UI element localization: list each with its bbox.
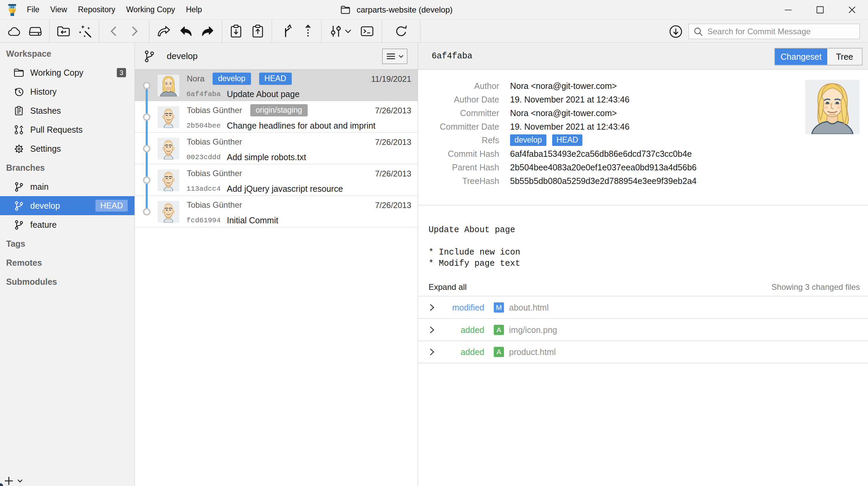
compare-button[interactable] bbox=[328, 23, 352, 39]
pull-button[interactable] bbox=[281, 23, 295, 39]
stash-apply-button[interactable] bbox=[250, 23, 266, 39]
sidebar-item-history[interactable]: History bbox=[0, 82, 134, 101]
tree-tab[interactable]: Tree bbox=[827, 49, 862, 65]
terminal-button[interactable] bbox=[359, 23, 375, 39]
sidebar-item-pull-requests[interactable]: Pull Requests bbox=[0, 120, 134, 139]
tower-app-icon bbox=[7, 4, 17, 16]
branch-icon bbox=[14, 201, 24, 211]
drive-button[interactable] bbox=[28, 23, 43, 39]
commit-author: Tobias Günther bbox=[187, 169, 242, 178]
commit-subject: Initial Commit bbox=[227, 216, 278, 225]
meta-row-committer-date: Committer Date19. November 2021 at 12:43… bbox=[418, 120, 697, 133]
sidebar-item-label: main bbox=[30, 182, 49, 192]
meta-row-parent-hash: Parent Hash2b504bee4083a20e0ef1e037eea0b… bbox=[418, 161, 697, 174]
menu-repository[interactable]: Repository bbox=[73, 0, 121, 19]
meta-row-commit-hash: Commit Hash6af4faba153493e2ca56db86e6dcd… bbox=[418, 147, 697, 161]
meta-row-author: AuthorNora <nora@git-tower.com> bbox=[418, 79, 697, 93]
fetch-button[interactable] bbox=[668, 24, 684, 39]
meta-label: Author Date bbox=[418, 95, 499, 105]
sidebar-item-stashes[interactable]: Stashes bbox=[0, 101, 134, 120]
maximize-button[interactable] bbox=[804, 0, 836, 19]
commit-hash: 6af4faba bbox=[186, 90, 227, 98]
titlebar: FileViewRepositoryWorking CopyHelp carpa… bbox=[0, 0, 868, 19]
sidebar-item-label: Settings bbox=[30, 144, 61, 154]
commit-message: Update About page * Include new icon * M… bbox=[429, 224, 520, 269]
file-row-product.html[interactable]: addedAproduct.html bbox=[418, 341, 868, 363]
sidebar: WorkspaceWorking Copy3HistoryStashesPull… bbox=[0, 43, 135, 486]
list-options-button[interactable] bbox=[382, 49, 408, 64]
push-button[interactable] bbox=[304, 23, 312, 39]
folder-return-button[interactable] bbox=[56, 23, 71, 39]
sidebar-item-settings[interactable]: Settings bbox=[0, 139, 134, 158]
toolbar bbox=[0, 19, 868, 43]
sidebar-section-workspace[interactable]: Workspace bbox=[0, 44, 134, 63]
nav-forward-button[interactable] bbox=[128, 23, 141, 39]
search-input[interactable] bbox=[707, 25, 850, 38]
sidebar-section-remotes[interactable]: Remotes bbox=[0, 253, 134, 272]
commit-ref-badge: HEAD bbox=[259, 73, 292, 85]
gear-icon bbox=[14, 144, 24, 154]
file-row-about.html[interactable]: modifiedMabout.html bbox=[418, 296, 868, 318]
avatar bbox=[158, 201, 179, 223]
history-icon bbox=[14, 87, 24, 97]
cloud-button[interactable] bbox=[6, 23, 22, 39]
commit-row-fcd61994[interactable]: Tobias Günther7/26/2013fcd61994Initial C… bbox=[135, 196, 418, 227]
commit-ref-badge: develop bbox=[213, 73, 251, 85]
sidebar-section-submodules[interactable]: Submodules bbox=[0, 272, 134, 291]
commit-subject: Add simple robots.txt bbox=[227, 152, 306, 162]
compare-icon bbox=[328, 23, 352, 39]
commit-row-0023cddd[interactable]: Tobias Günther7/26/20130023cdddAdd simpl… bbox=[135, 133, 418, 164]
commit-date: 7/26/2013 bbox=[375, 201, 411, 210]
nav-back-icon bbox=[108, 23, 120, 39]
sidebar-item-main[interactable]: main bbox=[0, 177, 134, 196]
sidebar-item-working-copy[interactable]: Working Copy3 bbox=[0, 63, 134, 82]
close-button[interactable] bbox=[836, 0, 868, 19]
redo-button[interactable] bbox=[200, 23, 216, 39]
sidebar-section-tags[interactable]: Tags bbox=[0, 234, 134, 253]
commit-row-113adcc4[interactable]: Tobias Günther7/26/2013113adcc4Add jQuer… bbox=[135, 164, 418, 196]
commit-date: 7/26/2013 bbox=[375, 137, 411, 147]
commit-date: 7/26/2013 bbox=[375, 106, 411, 115]
menu-help[interactable]: Help bbox=[180, 0, 207, 19]
file-status: modified bbox=[418, 302, 484, 312]
commit-ref-badge: origin/staging bbox=[250, 104, 308, 116]
minimize-button[interactable] bbox=[772, 0, 804, 19]
add-repository-chevron-icon[interactable] bbox=[17, 479, 23, 483]
file-status: added bbox=[418, 325, 484, 335]
file-row-img/icon.png[interactable]: addedAimg/icon.png bbox=[418, 318, 868, 341]
ref-badge: develop bbox=[510, 134, 546, 146]
sidebar-item-label: Pull Requests bbox=[30, 125, 83, 135]
toolbar-divider bbox=[420, 20, 420, 42]
commit-row-6af4faba[interactable]: NoradevelopHEAD11/19/20216af4fabaUpdate … bbox=[135, 70, 418, 101]
menu-file[interactable]: File bbox=[21, 0, 45, 19]
undo-button[interactable] bbox=[178, 23, 194, 39]
expand-all-link[interactable]: Expand all bbox=[429, 282, 467, 292]
undo-icon bbox=[178, 23, 194, 39]
file-name: img/icon.png bbox=[509, 325, 557, 335]
nav-back-button[interactable] bbox=[108, 23, 120, 39]
sidebar-section-branches[interactable]: Branches bbox=[0, 158, 134, 177]
commit-row-2b504bee[interactable]: Tobias Güntherorigin/staging7/26/20132b5… bbox=[135, 101, 418, 133]
commit-list-panel: develop NoradevelopHEAD11/ bbox=[135, 43, 418, 486]
file-status-badge: A bbox=[494, 325, 504, 335]
checkout-icon bbox=[155, 23, 171, 39]
changeset-tab[interactable]: Changeset bbox=[775, 49, 827, 65]
add-repository-button[interactable] bbox=[4, 476, 14, 486]
refresh-button[interactable] bbox=[393, 23, 409, 39]
stash-save-icon bbox=[228, 23, 244, 39]
commit-graph-node bbox=[143, 208, 150, 216]
folder-icon bbox=[341, 5, 351, 14]
pull-icon bbox=[281, 23, 295, 39]
stash-save-button[interactable] bbox=[228, 23, 244, 39]
magic-wand-button[interactable] bbox=[77, 23, 93, 39]
commit-date: 7/26/2013 bbox=[375, 169, 411, 179]
menu-working-copy[interactable]: Working Copy bbox=[121, 0, 180, 19]
stash-apply-icon bbox=[250, 23, 266, 39]
commit-date: 11/19/2021 bbox=[371, 74, 411, 84]
checkout-button[interactable] bbox=[155, 23, 171, 39]
terminal-icon bbox=[359, 23, 375, 39]
sidebar-item-develop[interactable]: developHEAD bbox=[0, 196, 134, 215]
sidebar-item-feature[interactable]: feature bbox=[0, 215, 134, 234]
commit-subject: Change headlines for about and imprint bbox=[227, 121, 376, 131]
menu-view[interactable]: View bbox=[45, 0, 72, 19]
